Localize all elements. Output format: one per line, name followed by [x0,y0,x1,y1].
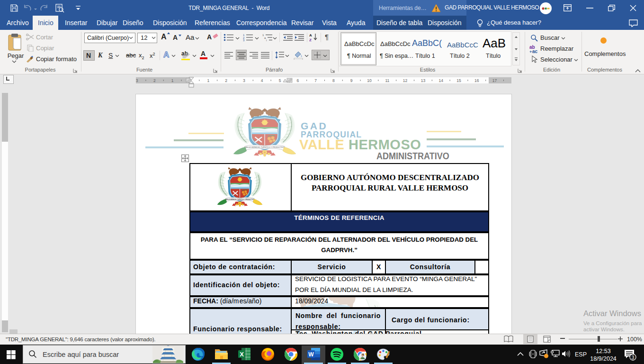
svg-text:14: 14 [438,78,443,83]
svg-text:3: 3 [243,78,245,83]
svg-text:ac: ac [532,49,538,53]
svg-text:2: 2 [153,78,156,83]
svg-text:8: 8 [332,78,335,83]
svg-text:3: 3 [243,39,245,41]
svg-text:3: 3 [632,355,635,360]
svg-text:15: 15 [456,78,461,83]
svg-text:Z: Z [309,38,312,42]
svg-text:13: 13 [421,78,426,83]
svg-text:4: 4 [261,78,263,83]
svg-text:3: 3 [136,78,138,83]
svg-text:1: 1 [207,78,209,83]
svg-text:9: 9 [350,78,353,83]
svg-text:16: 16 [474,78,479,83]
svg-text:A: A [309,33,312,37]
svg-text:X: X [240,351,244,358]
svg-text:i: i [266,39,267,41]
svg-text:7: 7 [314,78,317,83]
svg-text:6: 6 [296,78,299,83]
svg-text:10: 10 [367,78,372,83]
svg-text:1: 1 [171,78,174,83]
svg-text:2: 2 [225,78,227,83]
svg-text:12: 12 [403,78,408,83]
svg-text:11: 11 [385,78,389,83]
svg-text:5: 5 [279,78,281,83]
svg-text:W: W [308,351,314,358]
svg-text:17: 17 [492,78,497,83]
